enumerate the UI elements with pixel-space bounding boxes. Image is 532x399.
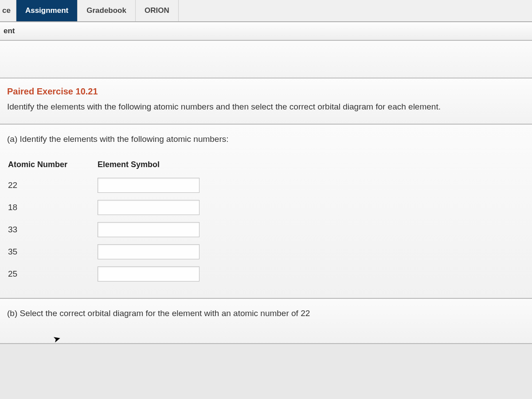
atomic-number-cell: 22: [8, 175, 97, 196]
element-symbol-input[interactable]: [98, 200, 200, 215]
column-header-atomic-number: Atomic Number: [8, 157, 97, 174]
element-symbol-input[interactable]: [98, 222, 200, 237]
element-symbol-input[interactable]: [98, 266, 200, 282]
table-row: 33: [8, 219, 206, 240]
table-row: 22: [8, 175, 206, 196]
tab-orion[interactable]: ORION: [136, 0, 179, 21]
element-symbol-input[interactable]: [98, 178, 200, 193]
atomic-number-cell: 33: [8, 219, 97, 240]
tab-assignment[interactable]: Assignment: [16, 0, 78, 21]
element-symbol-input[interactable]: [98, 244, 200, 259]
part-a-section: (a) Identify the elements with the follo…: [0, 125, 532, 299]
part-b-section: (b) Select the correct orbital diagram f…: [0, 299, 532, 344]
table-row: 18: [8, 197, 206, 218]
exercise-title: Paired Exercise 10.21: [7, 86, 525, 97]
column-header-element-symbol: Element Symbol: [98, 157, 206, 174]
table-row: 25: [8, 263, 206, 285]
sub-nav: ent: [0, 22, 532, 41]
main-nav: ce Assignment Gradebook ORION: [0, 0, 532, 22]
atomic-number-cell: 25: [8, 263, 97, 285]
atomic-number-cell: 35: [8, 241, 97, 262]
table-row: 35: [8, 241, 206, 262]
toolbar-spacer: [0, 41, 532, 78]
tab-partial-left[interactable]: ce: [0, 0, 16, 21]
element-table: Atomic Number Element Symbol 22 18 33 35: [7, 156, 207, 286]
question-header: Paired Exercise 10.21 Identify the eleme…: [0, 78, 532, 125]
tab-gradebook[interactable]: Gradebook: [78, 0, 136, 21]
atomic-number-cell: 18: [8, 197, 97, 218]
exercise-description: Identify the elements with the following…: [7, 101, 525, 113]
part-b-label: (b) Select the correct orbital diagram f…: [7, 309, 525, 318]
sub-nav-label: ent: [4, 27, 15, 35]
part-a-label: (a) Identify the elements with the follo…: [7, 134, 525, 144]
